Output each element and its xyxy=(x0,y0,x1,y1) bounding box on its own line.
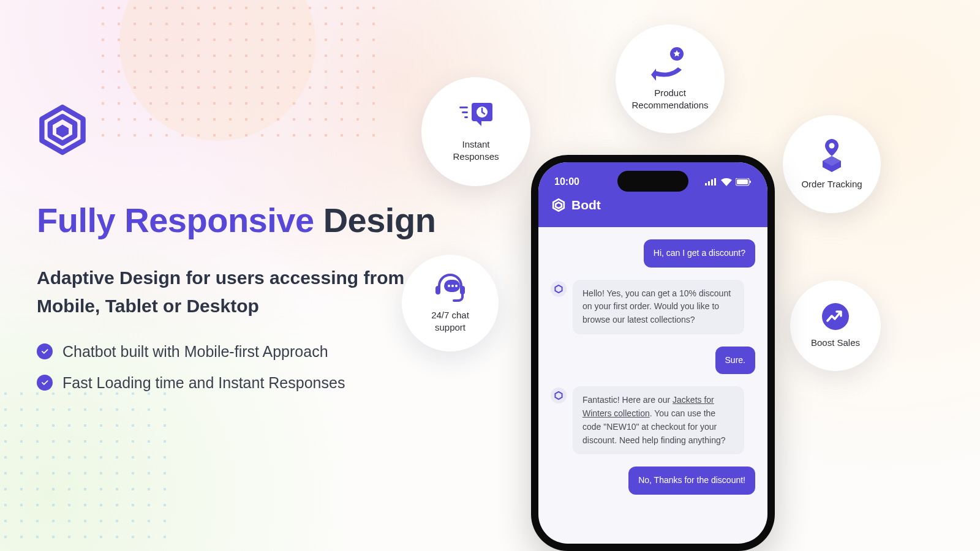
svg-marker-26 xyxy=(556,203,562,209)
support-headset-icon xyxy=(433,272,467,303)
wifi-icon xyxy=(721,178,732,186)
svg-point-14 xyxy=(448,285,450,287)
badge-label: Boost Sales xyxy=(811,337,860,349)
page-title: Fully Responsive Design xyxy=(37,201,453,239)
badge-label: Product Recommendations xyxy=(624,87,716,112)
svg-rect-7 xyxy=(462,111,468,113)
bullet-text: Fast Loading time and Instant Responses xyxy=(62,374,345,392)
chat-bubble: Hi, can I get a discount? xyxy=(644,239,755,268)
status-time: 10:00 xyxy=(554,176,579,187)
product-recommendation-icon xyxy=(650,47,690,81)
battery-icon xyxy=(736,178,752,186)
badge-label: Instant Responses xyxy=(442,138,510,163)
check-icon xyxy=(37,375,53,391)
status-icons xyxy=(705,178,752,186)
bot-avatar-icon xyxy=(551,388,567,403)
badge-instant-responses: Instant Responses xyxy=(421,77,530,186)
chat-text: Fantastic! Here are our xyxy=(582,395,673,405)
svg-marker-27 xyxy=(555,285,562,293)
svg-rect-18 xyxy=(705,183,707,186)
phone-screen: 10:00 Bodt Hi, can I get a discount? xyxy=(538,162,767,544)
app-logo-icon xyxy=(552,198,565,212)
feature-bullets: Chatbot built with Mobile-first Approach… xyxy=(37,343,453,392)
boost-sales-icon xyxy=(821,302,850,331)
svg-rect-21 xyxy=(714,178,716,186)
badge-label: Order Tracking xyxy=(801,178,862,190)
svg-point-15 xyxy=(451,285,454,287)
svg-rect-20 xyxy=(711,179,713,186)
bullet-text: Chatbot built with Mobile-first Approach xyxy=(62,343,328,361)
svg-rect-8 xyxy=(464,116,468,118)
brand-logo-icon xyxy=(37,104,88,156)
order-tracking-icon xyxy=(816,138,847,172)
chat-bubble: Hello! Yes, you can get a 10% discount o… xyxy=(573,280,744,334)
svg-marker-2 xyxy=(56,125,69,138)
bullet-item: Chatbot built with Mobile-first Approach xyxy=(37,343,453,361)
svg-point-17 xyxy=(822,303,849,330)
svg-marker-28 xyxy=(555,392,562,399)
svg-rect-12 xyxy=(460,286,465,294)
page-subtitle: Adaptive Design for users accessing from… xyxy=(37,264,453,321)
headline-accent: Fully Responsive xyxy=(37,201,323,239)
app-name: Bodt xyxy=(571,198,601,212)
badge-boost-sales: Boost Sales xyxy=(790,280,881,371)
svg-marker-4 xyxy=(475,120,481,126)
svg-rect-23 xyxy=(737,179,748,184)
decorative-dots-bottom xyxy=(0,386,178,551)
chat-message-user: Hi, can I get a discount? xyxy=(551,239,755,268)
chat-thread: Hi, can I get a discount? Hello! Yes, yo… xyxy=(538,227,767,495)
phone-mockup: 10:00 Bodt Hi, can I get a discount? xyxy=(531,155,775,551)
svg-point-10 xyxy=(829,143,835,148)
svg-rect-24 xyxy=(750,181,751,183)
check-icon xyxy=(37,343,53,359)
instant-reply-icon xyxy=(457,100,495,132)
svg-point-16 xyxy=(455,285,458,287)
phone-notch xyxy=(617,171,688,192)
chat-bubble: Fantastic! Here are our Jackets for Wint… xyxy=(573,386,744,454)
chat-message-user: Sure. xyxy=(551,347,755,375)
badge-product-recommendations: Product Recommendations xyxy=(616,24,725,133)
svg-rect-19 xyxy=(708,181,710,186)
badge-label: 24/7 chat support xyxy=(423,309,478,334)
cellular-icon xyxy=(705,178,717,186)
app-title: Bodt xyxy=(552,198,754,212)
badge-order-tracking: Order Tracking xyxy=(783,115,881,213)
badge-chat-support: 24/7 chat support xyxy=(402,255,499,351)
svg-rect-6 xyxy=(459,107,468,108)
chat-message-user: No, Thanks for the discount! xyxy=(551,467,755,495)
chat-bubble: Sure. xyxy=(715,347,755,375)
bullet-item: Fast Loading time and Instant Responses xyxy=(37,374,453,392)
chat-bubble: No, Thanks for the discount! xyxy=(628,467,755,495)
bot-avatar-icon xyxy=(551,281,567,297)
hero-copy: Fully Responsive Design Adaptive Design … xyxy=(37,104,453,405)
svg-rect-11 xyxy=(435,286,440,294)
chat-message-bot: Fantastic! Here are our Jackets for Wint… xyxy=(551,386,755,454)
chat-message-bot: Hello! Yes, you can get a 10% discount o… xyxy=(551,280,755,334)
headline-dark: Design xyxy=(323,201,436,239)
